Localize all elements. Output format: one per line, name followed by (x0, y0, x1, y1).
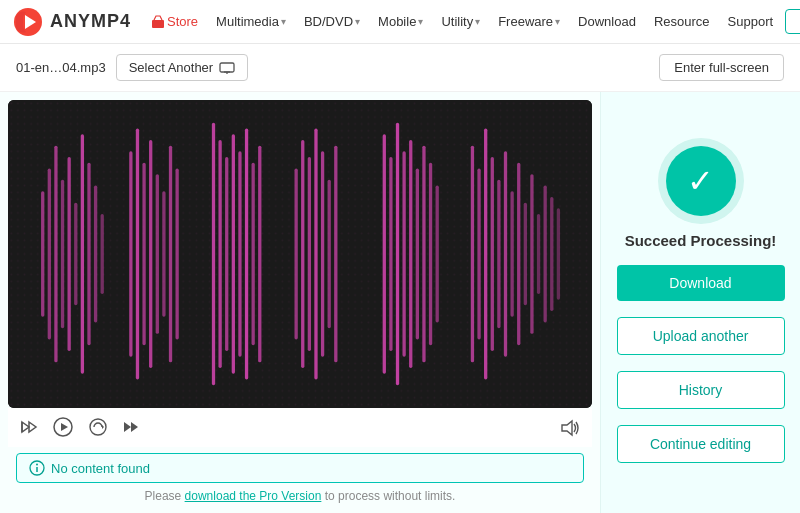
play-button[interactable] (52, 416, 74, 443)
nav-item-download[interactable]: Download (570, 10, 644, 33)
svg-marker-73 (131, 422, 138, 432)
player-area: No content found Please download the Pro… (0, 92, 600, 513)
play-icon (52, 416, 74, 438)
success-text: Succeed Processing! (625, 232, 777, 249)
nav-item-store[interactable]: Store (143, 10, 206, 33)
logo[interactable]: ANYMP4 (12, 6, 131, 38)
chevron-down-icon: ▾ (555, 16, 560, 27)
history-button[interactable]: History (617, 371, 785, 409)
toolbar-left: 01-en…04.mp3 Select Another (16, 54, 248, 81)
login-button[interactable]: Login (785, 9, 800, 34)
chevron-down-icon: ▾ (355, 16, 360, 27)
main-area: No content found Please download the Pro… (0, 92, 800, 513)
loop-button[interactable] (88, 417, 108, 442)
forward-button[interactable] (122, 418, 140, 441)
chevron-down-icon: ▾ (418, 16, 423, 27)
forward-icon (122, 418, 140, 436)
svg-rect-3 (220, 63, 234, 72)
chevron-down-icon: ▾ (475, 16, 480, 27)
controls-left (20, 416, 140, 443)
chevron-down-icon: ▾ (281, 16, 286, 27)
checkmark-icon: ✓ (687, 165, 714, 197)
rewind-icon (20, 418, 38, 436)
nav-item-mobile[interactable]: Mobile ▾ (370, 10, 431, 33)
monitor-icon (219, 62, 235, 74)
volume-speaker-icon (560, 419, 580, 437)
upload-another-button[interactable]: Upload another (617, 317, 785, 355)
nav-item-utility[interactable]: Utility ▾ (433, 10, 488, 33)
nav-item-bddvd[interactable]: BD/DVD ▾ (296, 10, 368, 33)
toolbar: 01-en…04.mp3 Select Another Enter full-s… (0, 44, 800, 92)
nav-item-resource[interactable]: Resource (646, 10, 718, 33)
svg-marker-74 (562, 421, 572, 435)
select-another-button[interactable]: Select Another (116, 54, 249, 81)
nav-links: Store Multimedia ▾ BD/DVD ▾ Mobile ▾ Uti… (143, 10, 781, 33)
nav-item-multimedia[interactable]: Multimedia ▾ (208, 10, 294, 33)
waveform-container (8, 100, 592, 408)
continue-editing-button[interactable]: Continue editing (617, 425, 785, 463)
playback-controls (8, 408, 592, 447)
info-icon (29, 460, 45, 476)
svg-marker-69 (61, 423, 68, 431)
svg-marker-71 (102, 425, 104, 429)
no-content-bar: No content found (16, 453, 584, 483)
store-icon (151, 15, 165, 29)
footer-text: Please download the Pro Version to proce… (8, 485, 592, 509)
navbar: ANYMP4 Store Multimedia ▾ BD/DVD ▾ Mobil… (0, 0, 800, 44)
svg-rect-63 (8, 100, 592, 408)
download-button[interactable]: Download (617, 265, 785, 301)
fullscreen-button[interactable]: Enter full-screen (659, 54, 784, 81)
nav-item-support[interactable]: Support (720, 10, 782, 33)
volume-icon (560, 419, 580, 441)
logo-icon (12, 6, 44, 38)
nav-item-freeware[interactable]: Freeware ▾ (490, 10, 568, 33)
file-name: 01-en…04.mp3 (16, 60, 106, 75)
svg-point-77 (36, 464, 38, 466)
svg-rect-2 (152, 20, 164, 28)
pro-version-link[interactable]: download the Pro Version (185, 489, 322, 503)
logo-text: ANYMP4 (50, 11, 131, 32)
svg-marker-65 (22, 422, 29, 432)
success-icon: ✓ (666, 146, 736, 216)
loop-icon (88, 417, 108, 437)
right-panel: ✓ Succeed Processing! Download Upload an… (600, 92, 800, 513)
rewind-button[interactable] (20, 418, 38, 441)
svg-marker-72 (124, 422, 131, 432)
waveform-visualization (8, 100, 592, 408)
